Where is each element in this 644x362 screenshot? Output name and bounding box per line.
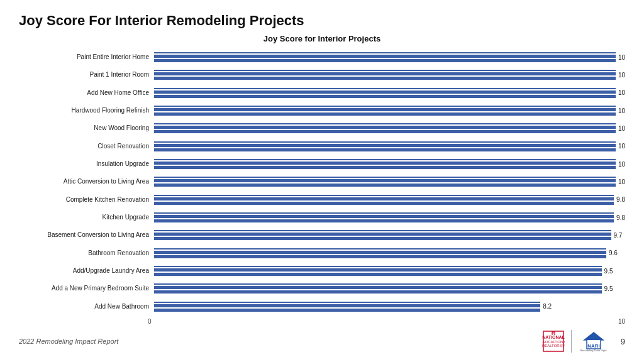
bar-fill [154,141,616,151]
bar-label: Add New Bathroom [25,303,154,310]
footer: 2022 Remodeling Impact Report NATIONAL A… [19,330,625,353]
bar-track: 9.8 [154,212,625,222]
bar-value-label: 10 [618,72,625,79]
bar-track: 10 [154,177,625,187]
bar-row: Bathroom Renovation9.6 [25,244,625,262]
bar-value-label: 9.6 [609,250,618,256]
bar-label: Insulation Upgrade [25,160,154,168]
bar-label: Basement Conversion to Living Area [25,231,154,239]
bar-row: Add/Upgrade Laundry Area9.5 [25,262,625,280]
chart-body: Paint Entire Interior Home10Paint 1 Inte… [19,48,625,315]
bar-label: Add a New Primary Bedroom Suite [25,285,154,292]
bar-track: 10 [154,159,625,169]
bar-row: Kitchen Upgrade9.8 [25,209,625,226]
bar-row: Add a New Primary Bedroom Suite9.5 [25,280,625,297]
bar-row: Basement Conversion to Living Area9.7 [25,226,625,244]
bar-row: Complete Kitchen Renovation9.8 [25,191,625,209]
bar-value-label: 10 [618,107,625,114]
bar-label: New Wood Flooring [25,124,154,132]
bar-fill [154,212,614,222]
svg-text:NARI: NARI [587,343,600,349]
bar-row: Hardwood Flooring Refinish10 [25,102,625,119]
bar-label: Attic Conversion to Living Area [25,178,154,185]
bar-row: Paint Entire Interior Home10 [25,48,625,66]
bar-row: Closet Renovation10 [25,138,625,155]
bar-fill [154,283,602,293]
bar-fill [154,266,602,276]
bar-row: Attic Conversion to Living Area10 [25,173,625,190]
bar-value-label: 9.5 [604,268,613,275]
bar-fill [154,248,606,258]
bar-label: Bathroom Renovation [25,250,154,257]
footer-logos: NATIONAL ASSOCIATION OF REALTORS® R NARI… [542,330,625,353]
bar-value-label: 9.8 [616,214,625,221]
bar-value-label: 9.5 [604,285,613,292]
bar-fill [154,177,616,187]
nar-logo: NATIONAL ASSOCIATION OF REALTORS® R [542,330,565,353]
bar-fill [154,123,616,133]
svg-text:R: R [552,330,556,336]
bar-label: Complete Kitchen Renovation [25,196,154,204]
page-number: 9 [621,337,625,346]
bar-fill [154,195,614,205]
bar-label: Closet Renovation [25,143,154,150]
footer-report-text: 2022 Remodeling Impact Report [19,337,118,345]
bar-row: New Wood Flooring10 [25,119,625,137]
bar-fill [154,88,616,98]
bar-value-label: 9.8 [616,196,625,203]
bar-fill [154,159,616,169]
svg-text:REALTORS®: REALTORS® [542,344,565,348]
bar-track: 10 [154,141,625,151]
bar-value-label: 10 [618,89,625,96]
bar-track: 8.2 [154,302,625,312]
bar-fill [154,106,616,116]
bar-track: 10 [154,106,625,116]
bar-track: 9.7 [154,230,625,240]
x-axis-end: 10 [618,318,625,325]
bar-row: Add New Bathroom8.2 [25,298,625,315]
bar-track: 9.6 [154,248,625,258]
bar-track: 9.5 [154,266,625,276]
bar-value-label: 10 [618,161,625,168]
bar-value-label: 10 [618,125,625,132]
bar-label: Hardwood Flooring Refinish [25,107,154,114]
bar-row: Insulation Upgrade10 [25,155,625,173]
logo-divider [571,330,572,353]
bar-row: Paint 1 Interior Room10 [25,66,625,84]
bar-label: Paint 1 Interior Room [25,71,154,79]
svg-text:Remodeling Done Right.: Remodeling Done Right. [580,349,608,352]
bar-value-label: 10 [618,143,625,150]
bar-fill [154,52,616,62]
bar-track: 10 [154,70,625,80]
bar-label: Paint Entire Interior Home [25,53,154,61]
bar-value-label: 10 [618,54,625,61]
bar-value-label: 8.2 [543,303,552,310]
main-title: Joy Score For Interior Remodeling Projec… [19,13,625,29]
bar-track: 10 [154,88,625,98]
bar-label: Add/Upgrade Laundry Area [25,267,154,275]
bar-row: Add New Home Office10 [25,84,625,102]
page: Joy Score For Interior Remodeling Projec… [0,0,644,362]
bar-label: Add New Home Office [25,89,154,97]
chart-area: Joy Score for Interior Projects Paint En… [19,34,625,325]
bar-track: 10 [154,52,625,62]
bar-fill [154,230,611,240]
bar-label: Kitchen Upgrade [25,214,154,221]
bar-track: 9.8 [154,195,625,205]
bar-value-label: 10 [618,178,625,185]
bar-fill [154,302,540,312]
bar-value-label: 9.7 [614,232,623,239]
bar-fill [154,70,616,80]
nari-logo: NARI Remodeling Done Right. [578,330,609,353]
x-axis: 0 10 [19,318,625,325]
chart-title: Joy Score for Interior Projects [19,34,625,43]
bar-track: 9.5 [154,283,625,293]
bar-track: 10 [154,123,625,133]
x-axis-start: 0 [148,318,152,325]
